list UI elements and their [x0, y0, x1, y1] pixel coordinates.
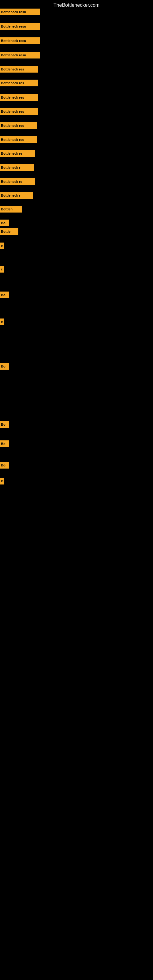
- bar-label: Bottleneck re: [0, 150, 35, 157]
- bar-label: B: [0, 478, 4, 485]
- bar-row: Bottleneck res: [0, 94, 153, 101]
- bar-row: B: [0, 478, 153, 485]
- bar-row: c: [0, 266, 153, 273]
- bar-row: Bo: [0, 291, 153, 299]
- bar-label: Bottleneck re: [0, 178, 35, 185]
- bar-label: Bo: [0, 220, 9, 226]
- bar-label: Bottleneck res: [0, 94, 38, 101]
- bar-row: Bottleneck res: [0, 80, 153, 87]
- bar-row: Bottleneck res: [0, 108, 153, 115]
- bar-label: Bottleneck r: [0, 164, 33, 171]
- bar-label: Bottleneck res: [0, 108, 38, 115]
- bar-label: Bottle: [0, 228, 18, 235]
- bar-row: B: [0, 318, 153, 326]
- bar-row: Bottleneck resu: [0, 9, 153, 16]
- bar-label: Bottleneck resu: [0, 37, 40, 44]
- bar-row: Bottleneck resu: [0, 37, 153, 45]
- bar-label: Bottleneck resu: [0, 9, 40, 15]
- bar-label: Bo: [0, 421, 9, 428]
- bar-label: Bottleneck res: [0, 136, 37, 143]
- bar-row: Bottleneck re: [0, 178, 153, 186]
- bar-label: Bottlen: [0, 206, 22, 213]
- bar-label: Bo: [0, 441, 9, 447]
- bar-row: Bo: [0, 462, 153, 469]
- bar-label: Bottleneck resu: [0, 23, 40, 30]
- bar-row: Bo: [0, 220, 153, 227]
- bar-row: Bottleneck res: [0, 136, 153, 144]
- bar-label: Bottleneck res: [0, 66, 38, 73]
- bar-label: B: [0, 243, 4, 249]
- bar-row: Bottleneck resu: [0, 52, 153, 59]
- bar-row: Bottleneck res: [0, 66, 153, 73]
- bar-row: Bottle: [0, 228, 153, 235]
- bar-label: B: [0, 318, 4, 325]
- bar-label: Bottleneck res: [0, 80, 38, 86]
- bar-row: Bottleneck resu: [0, 23, 153, 30]
- bar-row: Bo: [0, 363, 153, 370]
- bar-label: c: [0, 266, 4, 272]
- bar-row: Bottlen: [0, 206, 153, 213]
- bar-row: Bottleneck re: [0, 150, 153, 158]
- bar-row: Bo: [0, 421, 153, 428]
- bar-label: Bottleneck r: [0, 192, 33, 199]
- bar-label: Bottleneck res: [0, 122, 37, 129]
- bar-row: Bottleneck r: [0, 192, 153, 199]
- bar-row: B: [0, 243, 153, 250]
- bar-row: Bottleneck res: [0, 122, 153, 130]
- bar-label: Bottleneck resu: [0, 52, 40, 59]
- bar-row: Bottleneck r: [0, 164, 153, 172]
- bar-label: Bo: [0, 363, 9, 370]
- bar-row: Bo: [0, 441, 153, 448]
- page-wrapper: TheBottlenecker.com Bottleneck resuBottl…: [0, 0, 153, 980]
- bar-label: Bo: [0, 291, 9, 298]
- bar-label: Bo: [0, 462, 9, 469]
